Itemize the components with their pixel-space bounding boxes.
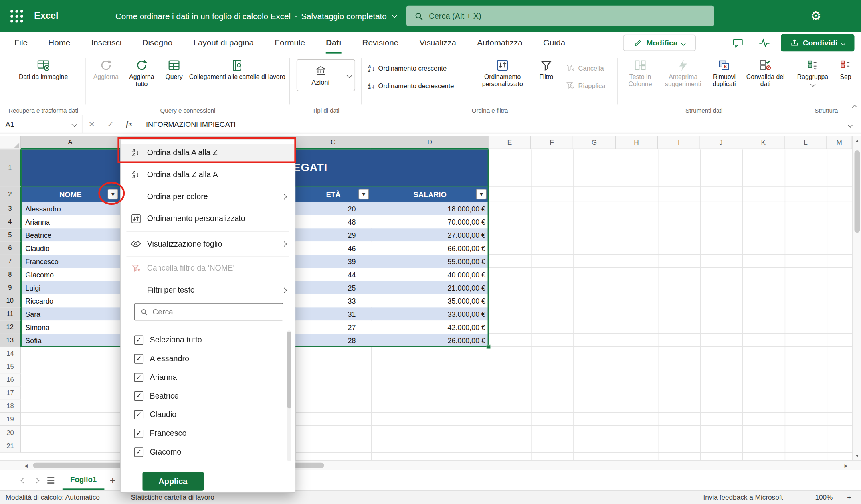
cell-nome[interactable]: Giacomo: [21, 268, 120, 281]
cell-eta[interactable]: 46: [295, 241, 371, 255]
column-header-i[interactable]: I: [658, 136, 700, 149]
azioni-caret-button[interactable]: [344, 60, 355, 91]
row-header-4[interactable]: 4: [0, 215, 21, 228]
row-header-17[interactable]: 17: [0, 386, 21, 399]
column-header-l[interactable]: L: [785, 136, 827, 149]
name-box[interactable]: A1: [0, 115, 82, 133]
previous-sheet-icon[interactable]: [16, 470, 30, 490]
ordinamento-decrescente-button[interactable]: ZA↓ Ordinamento decrescente: [368, 79, 472, 93]
column-header-d[interactable]: D: [371, 136, 489, 149]
condividi-button[interactable]: Condividi: [781, 34, 854, 51]
cell-salario[interactable]: 33.000,00 €: [371, 307, 489, 320]
convalida-dati-button[interactable]: Convalida dei dati: [744, 57, 788, 104]
cell-eta[interactable]: 39: [295, 255, 371, 268]
rimuovi-duplicati-button[interactable]: Rimuovi duplicati: [706, 57, 742, 104]
filter-dropdown-button-nome[interactable]: ▾: [108, 189, 118, 199]
menu-item-text-filters[interactable]: Filtri per testo: [121, 281, 295, 298]
tab-guida[interactable]: Guida: [543, 32, 565, 54]
query-button[interactable]: Query: [160, 57, 188, 104]
cell-salario[interactable]: 27.000,00 €: [371, 228, 489, 241]
vertical-scroll-thumb[interactable]: [854, 150, 860, 233]
cell-nome[interactable]: Francesco: [21, 255, 120, 268]
row-header-21[interactable]: 21: [0, 439, 21, 453]
document-title[interactable]: Come ordinare i dati in un foglio di cal…: [115, 0, 397, 32]
tab-formule[interactable]: Formule: [275, 32, 305, 54]
cell-eta[interactable]: 48: [295, 215, 371, 228]
row-header-14[interactable]: 14: [0, 347, 21, 360]
filter-list-scrollbar[interactable]: [287, 330, 291, 461]
next-sheet-icon[interactable]: [30, 470, 43, 490]
modifica-mode-button[interactable]: Modifica: [623, 35, 696, 51]
menu-item-sort-z-to-a[interactable]: ZA↓ Ordina dalla Z alla A: [121, 166, 295, 183]
settings-gear-icon[interactable]: ⚙: [805, 0, 827, 32]
cell-salario[interactable]: 26.000,00 €: [371, 334, 489, 347]
row-header-3[interactable]: 3: [0, 202, 21, 215]
collapse-ribbon-icon[interactable]: [853, 101, 857, 111]
app-launcher-icon[interactable]: [8, 7, 25, 25]
filtro-button[interactable]: Filtro: [532, 57, 561, 104]
calc-mode-status[interactable]: Modalità di calcolo: Automatico: [0, 494, 100, 501]
row-header-2[interactable]: 2: [0, 187, 21, 202]
checkbox-checked-icon[interactable]: ✓: [134, 335, 143, 344]
tab-home[interactable]: Home: [48, 32, 70, 54]
column-header-e[interactable]: E: [489, 136, 531, 149]
comments-button[interactable]: [728, 35, 748, 51]
row-header-13[interactable]: 13: [0, 334, 21, 347]
cell-eta[interactable]: 31: [295, 307, 371, 320]
tab-disegno[interactable]: Disegno: [143, 32, 173, 54]
checkbox-checked-icon[interactable]: ✓: [134, 391, 143, 400]
cell-eta[interactable]: 29: [295, 228, 371, 241]
tab-dati[interactable]: Dati: [326, 32, 341, 54]
row-header-6[interactable]: 6: [0, 241, 21, 255]
row-header-16[interactable]: 16: [0, 373, 21, 386]
filter-search-box[interactable]: [134, 303, 283, 320]
cell-nome[interactable]: Luigi: [21, 281, 120, 294]
cell-eta[interactable]: 20: [295, 202, 371, 215]
tab-layout-di-pagina[interactable]: Layout di pagina: [194, 32, 254, 54]
column-header-j[interactable]: J: [700, 136, 742, 149]
confirm-entry-icon[interactable]: ✓: [101, 120, 120, 128]
row-header-1[interactable]: 1: [0, 149, 21, 187]
row-header-9[interactable]: 9: [0, 281, 21, 294]
cell-salario[interactable]: 70.000,00 €: [371, 215, 489, 228]
header-cell-eta[interactable]: ETÀ ▾: [295, 187, 371, 202]
all-sheets-menu-icon[interactable]: [43, 477, 58, 484]
row-header-8[interactable]: 8: [0, 268, 21, 281]
checkbox-checked-icon[interactable]: ✓: [134, 429, 143, 438]
fill-handle[interactable]: [487, 345, 491, 349]
search-input[interactable]: [429, 12, 681, 20]
tab-automatizza[interactable]: Automatizza: [477, 32, 523, 54]
filter-search-input[interactable]: [152, 307, 268, 316]
column-header-g[interactable]: G: [573, 136, 616, 149]
row-header-12[interactable]: 12: [0, 320, 21, 334]
collegamenti-cartelle-button[interactable]: Collegamenti alle cartelle di lavoro: [189, 57, 285, 104]
filter-list-scroll-thumb[interactable]: [287, 332, 291, 409]
tab-visualizza[interactable]: Visualizza: [419, 32, 456, 54]
cell-salario[interactable]: 21.000,00 €: [371, 281, 489, 294]
header-cell-nome[interactable]: NOME ▾: [21, 187, 120, 202]
cell-salario[interactable]: 18.000,00 €: [371, 202, 489, 215]
filter-option-alessandro[interactable]: ✓Alessandro: [134, 349, 277, 368]
menu-item-sort-by-color[interactable]: Ordina per colore: [121, 188, 295, 205]
cell-nome[interactable]: Arianna: [21, 215, 120, 228]
apply-filter-button[interactable]: Applica: [142, 472, 204, 491]
cell-eta[interactable]: 28: [295, 334, 371, 347]
filter-option-beatrice[interactable]: ✓Beatrice: [134, 386, 277, 405]
cell-nome[interactable]: Beatrice: [21, 228, 120, 241]
raggruppa-button[interactable]: Raggruppa: [795, 57, 830, 104]
cell-nome[interactable]: Simona: [21, 320, 120, 334]
filter-option-select-all[interactable]: ✓Seleziona tutto: [134, 330, 277, 349]
azioni-dropdown[interactable]: Azioni: [297, 59, 355, 91]
checkbox-checked-icon[interactable]: ✓: [134, 372, 143, 381]
cell-eta[interactable]: 27: [295, 320, 371, 334]
scroll-right-icon[interactable]: ▶: [841, 461, 851, 470]
filter-option-giacomo[interactable]: ✓Giacomo: [134, 443, 277, 461]
cell-salario[interactable]: 66.000,00 €: [371, 241, 489, 255]
row-header-11[interactable]: 11: [0, 307, 21, 320]
zoom-out-button[interactable]: –: [797, 494, 801, 501]
scroll-up-icon[interactable]: ▲: [853, 136, 861, 145]
row-header-5[interactable]: 5: [0, 228, 21, 241]
aggiorna-tutto-button[interactable]: Aggiorna tutto: [124, 57, 159, 104]
cell-eta[interactable]: 33: [295, 294, 371, 307]
cell-nome[interactable]: Alessandro: [21, 202, 120, 215]
